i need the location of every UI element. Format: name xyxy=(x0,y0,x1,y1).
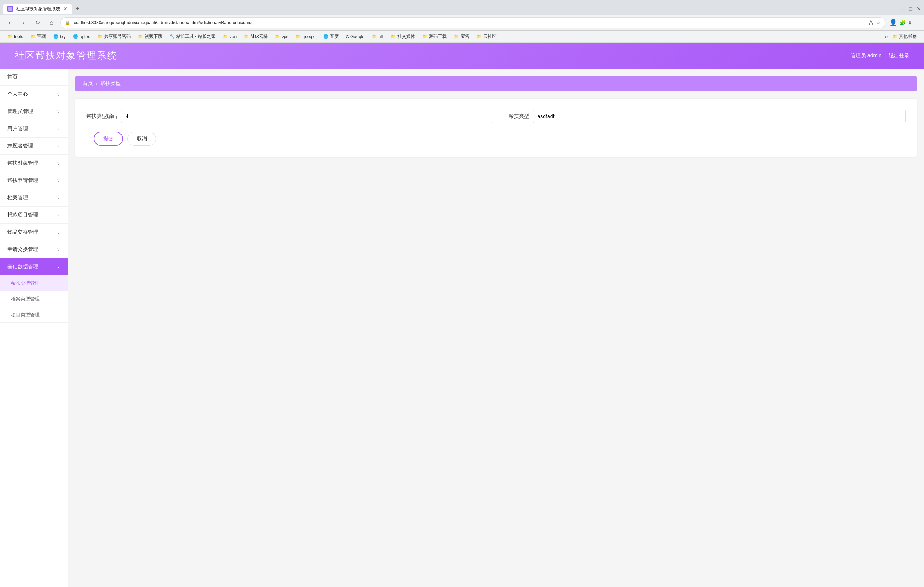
bookmarks-overflow-button[interactable]: » xyxy=(885,33,888,40)
sidebar-item-aid-targets[interactable]: 帮扶对象管理 ∨ xyxy=(0,155,68,172)
sidebar-item-exchange-apply[interactable]: 申请交换管理 ∨ xyxy=(0,241,68,258)
chevron-down-icon: ∨ xyxy=(57,247,60,252)
bookmark-label: 云社区 xyxy=(483,33,497,39)
bookmark-tools-site[interactable]: 🔧 站长工具 - 站长之家 xyxy=(167,33,218,40)
sidebar-item-users[interactable]: 用户管理 ∨ xyxy=(0,120,68,138)
active-tab[interactable]: 社区帮扶对象管理系统 ✕ xyxy=(3,4,72,14)
sidebar-item-home[interactable]: 首页 xyxy=(0,69,68,86)
bookmarks-bar: 📁 tools 📁 宝藏 🌐 txy 🌐 uplod 📁 共享账号密码 📁 视频… xyxy=(0,31,924,43)
sidebar-item-archives[interactable]: 档案管理 ∨ xyxy=(0,189,68,207)
bookmark-label: txy xyxy=(60,34,65,39)
breadcrumb-home[interactable]: 首页 xyxy=(82,81,93,87)
sidebar-item-aid-apply[interactable]: 帮扶申请管理 ∨ xyxy=(0,172,68,189)
minimize-icon[interactable]: ─ xyxy=(901,6,905,12)
folder-icon: 📁 xyxy=(477,34,482,39)
bookmark-label: 视频下载 xyxy=(145,33,162,39)
profile-icon[interactable]: 👤 xyxy=(889,19,897,27)
bookmark-maxcloud[interactable]: 📁 Max云梯 xyxy=(241,33,271,40)
bookmark-label: 其他书签 xyxy=(899,33,917,39)
sidebar: 首页 个人中心 ∨ 管理员管理 ∨ 用户管理 ∨ 志愿者管理 ∨ 帮扶对象管理 … xyxy=(0,69,68,587)
submit-button[interactable]: 提交 xyxy=(94,132,123,146)
bookmark-label: 宝藏 xyxy=(37,33,46,39)
sidebar-subitem-archive-type[interactable]: 档案类型管理 xyxy=(0,291,68,307)
forward-button[interactable]: › xyxy=(18,18,29,28)
sidebar-item-basic-data[interactable]: 基础数据管理 ∨ xyxy=(0,258,68,276)
extensions-icon[interactable]: 🧩 xyxy=(899,20,906,26)
sidebar-item-label: 用户管理 xyxy=(7,125,28,132)
back-button[interactable]: ‹ xyxy=(4,18,15,28)
sidebar-item-label: 基础数据管理 xyxy=(7,263,38,270)
sidebar-item-label: 帮扶对象管理 xyxy=(7,160,38,166)
reload-button[interactable]: ↻ xyxy=(32,18,43,28)
sidebar-item-goods[interactable]: 物品交换管理 ∨ xyxy=(0,224,68,241)
sidebar-item-personal[interactable]: 个人中心 ∨ xyxy=(0,86,68,103)
sidebar-item-donations[interactable]: 捐款项目管理 ∨ xyxy=(0,207,68,224)
folder-icon: 📁 xyxy=(7,34,13,39)
bookmark-source[interactable]: 📁 源码下载 xyxy=(419,33,449,40)
bookmark-label: aff xyxy=(379,34,383,39)
security-icon: 🔒 xyxy=(65,20,71,25)
bookmark-label: 社交媒体 xyxy=(398,33,415,39)
bookmark-txy[interactable]: 🌐 txy xyxy=(50,33,68,40)
translate-icon[interactable]: A xyxy=(869,20,873,26)
sidebar-item-volunteers[interactable]: 志愿者管理 ∨ xyxy=(0,138,68,155)
tab-favicon xyxy=(7,6,13,12)
download-icon[interactable]: ⬇ xyxy=(908,20,912,26)
folder-icon: 📁 xyxy=(223,34,228,39)
sidebar-subitem-label: 档案类型管理 xyxy=(11,296,40,302)
chevron-down-icon: ∨ xyxy=(57,161,60,166)
bookmark-baidu[interactable]: 🌐 百度 xyxy=(320,33,342,40)
bookmark-video-dl[interactable]: 📁 视频下载 xyxy=(135,33,165,40)
bookmark-label: 站长工具 - 站长之家 xyxy=(176,33,216,39)
folder-icon: 📁 xyxy=(454,34,459,39)
bookmark-vps[interactable]: 📁 vps xyxy=(272,33,292,40)
folder-icon: 📁 xyxy=(30,34,36,39)
bookmark-vpn[interactable]: 📁 vpn xyxy=(220,33,239,40)
bookmark-label: 宝塔 xyxy=(460,33,469,39)
sidebar-item-label: 物品交换管理 xyxy=(7,229,38,235)
bookmark-cloud-community[interactable]: 📁 云社区 xyxy=(474,33,500,40)
bookmark-google[interactable]: 📁 google xyxy=(293,33,318,40)
bookmark-aff[interactable]: 📁 aff xyxy=(369,33,386,40)
sidebar-subitem-project-type[interactable]: 项目类型管理 xyxy=(0,307,68,323)
svg-rect-0 xyxy=(8,7,12,11)
sidebar-item-label: 捐款项目管理 xyxy=(7,212,38,218)
tab-close-button[interactable]: ✕ xyxy=(63,6,68,12)
bookmark-label: Google xyxy=(350,34,365,39)
logout-button[interactable]: 退出登录 xyxy=(889,53,909,59)
field2-input[interactable] xyxy=(533,110,906,123)
sidebar-item-label: 个人中心 xyxy=(7,91,28,98)
bookmark-pagoda[interactable]: 📁 宝塔 xyxy=(451,33,472,40)
folder-icon: 📁 xyxy=(893,34,898,39)
field1-input[interactable] xyxy=(121,110,492,123)
address-text: localhost:8080/shequbangfuduixiangguanli… xyxy=(73,20,867,25)
sidebar-subitem-aid-type[interactable]: 帮扶类型管理 xyxy=(0,276,68,291)
sidebar-item-admin[interactable]: 管理员管理 ∨ xyxy=(0,103,68,120)
breadcrumb-separator: / xyxy=(96,81,97,87)
form-group-type: 帮扶类型 xyxy=(500,110,906,123)
settings-icon[interactable]: ⋮ xyxy=(914,20,920,26)
folder-icon: 📁 xyxy=(244,34,249,39)
bookmark-label: 百度 xyxy=(330,33,338,39)
close-window-icon[interactable]: ✕ xyxy=(917,6,921,12)
cancel-button[interactable]: 取消 xyxy=(127,132,156,146)
bookmark-social[interactable]: 📁 社交媒体 xyxy=(388,33,418,40)
maximize-icon[interactable]: □ xyxy=(909,6,912,12)
bookmark-other[interactable]: 📁 其他书签 xyxy=(889,33,920,40)
field1-label: 帮扶类型编码 xyxy=(86,113,117,120)
folder-icon: 📁 xyxy=(422,34,427,39)
bookmark-tools[interactable]: 📁 tools xyxy=(4,33,26,40)
bookmark-shared-pwd[interactable]: 📁 共享账号密码 xyxy=(95,33,134,40)
chevron-down-icon: ∨ xyxy=(57,212,60,217)
home-button[interactable]: ⌂ xyxy=(46,18,56,28)
bookmark-google2[interactable]: G Google xyxy=(343,33,368,40)
address-bar[interactable]: 🔒 localhost:8080/shequbangfuduixiangguan… xyxy=(60,17,886,28)
bookmark-baocang[interactable]: 📁 宝藏 xyxy=(28,33,49,40)
site-icon: G xyxy=(346,35,349,39)
bookmark-uplod[interactable]: 🌐 uplod xyxy=(70,33,93,40)
new-tab-button[interactable]: + xyxy=(72,3,83,15)
app-title: 社区帮扶对象管理系统 xyxy=(15,49,117,62)
field2-label: 帮扶类型 xyxy=(500,113,529,120)
form-buttons: 提交 取消 xyxy=(86,132,906,146)
bookmark-star-icon[interactable]: ☆ xyxy=(876,20,881,26)
